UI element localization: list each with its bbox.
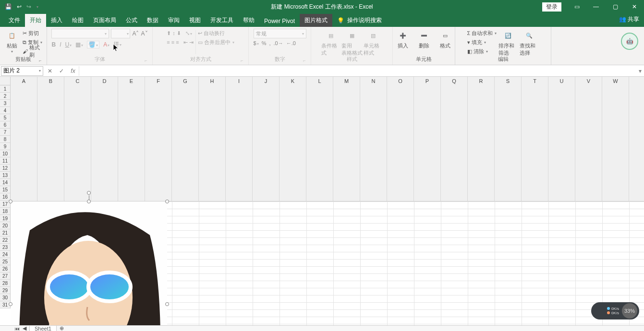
clipboard-launcher-icon[interactable]: ⌐ — [38, 58, 43, 63]
maximize-icon[interactable]: ▢ — [606, 0, 625, 13]
tab-view[interactable]: 视图 — [184, 14, 206, 27]
border-button[interactable]: ▦▾ — [75, 41, 83, 48]
underline-button[interactable]: U▾ — [65, 41, 72, 48]
row-header[interactable]: 6 — [0, 121, 10, 129]
column-header[interactable]: F — [145, 77, 172, 201]
align-launcher-icon[interactable]: ⌐ — [240, 58, 244, 63]
column-headers[interactable]: ABCDEFGHIJKLMNOPQRSTUVW — [11, 77, 644, 201]
tab-data[interactable]: 数据 — [142, 14, 163, 27]
cut-button[interactable]: ✂剪切 — [23, 29, 44, 37]
tab-home[interactable]: 开始 — [25, 14, 46, 27]
ribbon-display-icon[interactable]: ▭ — [567, 0, 586, 13]
font-name-combo[interactable]: ▾ — [51, 29, 109, 38]
row-header[interactable]: 22 — [0, 236, 10, 244]
resize-handle-tr[interactable] — [165, 200, 169, 203]
column-header[interactable]: S — [495, 77, 522, 201]
resize-handle-t[interactable] — [87, 200, 91, 203]
row-header[interactable]: 4 — [0, 107, 10, 114]
tab-dev[interactable]: 开发工具 — [206, 14, 238, 27]
align-top-icon[interactable]: ⬆ — [167, 30, 171, 36]
column-header[interactable]: O — [387, 77, 414, 201]
row-header[interactable]: 14 — [0, 179, 10, 186]
row-header[interactable]: 16 — [0, 193, 10, 201]
column-header[interactable]: D — [91, 77, 118, 201]
undo-icon[interactable]: ↩ — [17, 3, 22, 10]
column-header[interactable]: T — [522, 77, 548, 201]
tab-powerpivot[interactable]: Power Pivot — [259, 15, 300, 27]
column-header[interactable]: C — [64, 77, 91, 201]
paste-button[interactable]: 📋 粘贴 ▾ — [3, 29, 21, 54]
row-header[interactable]: 13 — [0, 172, 10, 179]
login-button[interactable]: 登录 — [542, 2, 561, 12]
name-box[interactable]: 图片 2▾ — [1, 66, 43, 76]
bold-button[interactable]: B — [51, 41, 56, 48]
number-launcher-icon[interactable]: ⌐ — [302, 58, 307, 63]
percent-icon[interactable]: % — [262, 40, 267, 46]
row-header[interactable]: 19 — [0, 215, 10, 222]
row-header[interactable]: 8 — [0, 136, 10, 143]
currency-icon[interactable]: $▾ — [254, 40, 259, 46]
fx-icon[interactable]: fx — [67, 68, 79, 74]
column-header[interactable]: G — [172, 77, 199, 201]
find-select-button[interactable]: 🔍查找和选择 — [520, 29, 539, 57]
delete-cells-button[interactable]: ➖删除 — [414, 29, 434, 49]
column-header[interactable]: N — [360, 77, 387, 201]
fill-color-button[interactable]: 🪣▾ — [87, 41, 99, 48]
decrease-decimal-icon[interactable]: ←.0 — [286, 40, 296, 46]
increase-decimal-icon[interactable]: .0→ — [273, 40, 283, 46]
enter-formula-icon[interactable]: ✓ — [56, 68, 67, 74]
row-header[interactable]: 28 — [0, 280, 10, 287]
decrease-indent-icon[interactable]: ⇤ — [183, 39, 188, 46]
resize-handle-r[interactable] — [165, 302, 169, 306]
align-right-icon[interactable]: ≡ — [176, 39, 179, 45]
column-header[interactable]: H — [199, 77, 226, 201]
sort-filter-button[interactable]: 🔃排序和筛选 — [498, 29, 518, 57]
sheet-tab[interactable]: Sheet1 — [29, 325, 57, 331]
sheet-nav-prev-icon[interactable]: ◀ — [23, 325, 26, 331]
inserted-picture[interactable] — [11, 201, 167, 331]
save-icon[interactable]: 💾 — [5, 3, 12, 10]
column-header[interactable]: R — [468, 77, 495, 201]
phonetic-button[interactable]: 拼▾ — [113, 40, 122, 48]
redo-icon[interactable]: ↪ — [26, 3, 31, 10]
tab-draw[interactable]: 绘图 — [67, 14, 88, 27]
column-header[interactable]: K — [279, 77, 306, 201]
row-header[interactable]: 23 — [0, 244, 10, 251]
tab-picture-format[interactable]: 图片格式 — [300, 14, 332, 27]
fill-button[interactable]: ▾填充▾ — [467, 38, 497, 47]
row-header[interactable]: 24 — [0, 251, 10, 258]
minimize-icon[interactable]: — — [586, 0, 606, 13]
table-format-button[interactable]: ▦套用 表格格式 — [342, 29, 362, 57]
comma-icon[interactable]: , — [269, 40, 270, 46]
row-header[interactable]: 15 — [0, 186, 10, 193]
increase-font-icon[interactable]: A˄ — [132, 30, 139, 37]
formula-input[interactable] — [79, 66, 636, 76]
cancel-formula-icon[interactable]: ✕ — [44, 68, 56, 74]
align-bottom-icon[interactable]: ⬇ — [177, 30, 181, 36]
row-header[interactable]: 27 — [0, 272, 10, 280]
font-launcher-icon[interactable]: ⌐ — [144, 58, 148, 63]
tab-file[interactable]: 文件 — [4, 14, 25, 27]
column-header[interactable]: U — [548, 77, 575, 201]
align-center-icon[interactable]: ≡ — [171, 39, 174, 45]
tell-me-search[interactable]: 💡 操作说明搜索 — [332, 14, 387, 27]
qat-dropdown[interactable]: ▾ — [36, 5, 38, 9]
row-header[interactable]: 25 — [0, 258, 10, 265]
align-left-icon[interactable]: ≡ — [167, 39, 170, 45]
resize-handle-l[interactable] — [9, 302, 12, 306]
column-header[interactable]: J — [253, 77, 279, 201]
column-header[interactable]: Q — [441, 77, 468, 201]
decrease-font-icon[interactable]: A˅ — [141, 30, 148, 37]
format-painter-button[interactable]: 🖌格式刷 — [23, 47, 44, 56]
formula-expand-icon[interactable]: ▾ — [636, 68, 644, 74]
row-header[interactable]: 30 — [0, 294, 10, 301]
tab-formulas[interactable]: 公式 — [121, 14, 142, 27]
close-icon[interactable]: ✕ — [625, 0, 644, 13]
new-sheet-icon[interactable]: ⊕ — [60, 325, 64, 331]
column-header[interactable]: P — [414, 77, 441, 201]
format-cells-button[interactable]: ▭格式 — [436, 29, 455, 49]
conditional-format-button[interactable]: ▤条件格式 — [321, 29, 340, 57]
row-header[interactable]: 9 — [0, 143, 10, 150]
column-header[interactable]: B — [37, 77, 64, 201]
row-header[interactable]: 18 — [0, 208, 10, 215]
